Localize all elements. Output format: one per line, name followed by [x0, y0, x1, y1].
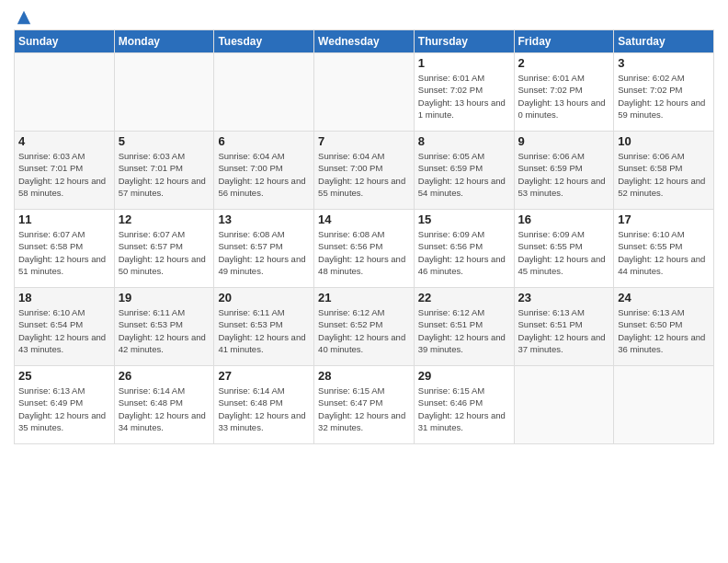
calendar-day-cell: 12 Sunrise: 6:07 AMSunset: 6:57 PMDaylig… — [114, 210, 214, 288]
logo-icon — [16, 9, 32, 26]
day-info: Sunrise: 6:12 AMSunset: 6:51 PMDaylight:… — [418, 306, 510, 355]
day-number: 17 — [618, 213, 710, 226]
day-number: 13 — [218, 213, 310, 226]
day-header-friday: Friday — [514, 30, 614, 53]
header — [14, 9, 714, 22]
calendar-day-cell — [114, 53, 214, 132]
calendar-day-cell: 9 Sunrise: 6:06 AMSunset: 6:59 PMDayligh… — [514, 132, 614, 210]
app-container: SundayMondayTuesdayWednesdayThursdayFrid… — [0, 0, 728, 454]
day-number: 26 — [119, 369, 210, 383]
day-number: 20 — [218, 291, 310, 304]
day-info: Sunrise: 6:07 AMSunset: 6:58 PMDaylight:… — [18, 228, 110, 277]
day-number: 3 — [618, 56, 710, 70]
calendar-day-cell: 22 Sunrise: 6:12 AMSunset: 6:51 PMDaylig… — [414, 288, 514, 366]
day-number: 2 — [518, 56, 610, 70]
day-info: Sunrise: 6:10 AMSunset: 6:54 PMDaylight:… — [18, 306, 110, 355]
calendar-day-cell: 1 Sunrise: 6:01 AMSunset: 7:02 PMDayligh… — [414, 53, 514, 132]
calendar-day-cell — [314, 53, 415, 132]
day-info: Sunrise: 6:01 AMSunset: 7:02 PMDaylight:… — [518, 72, 610, 121]
calendar-day-cell: 19 Sunrise: 6:11 AMSunset: 6:53 PMDaylig… — [114, 288, 214, 366]
calendar-week-row: 18 Sunrise: 6:10 AMSunset: 6:54 PMDaylig… — [15, 288, 714, 366]
day-number: 22 — [418, 291, 510, 304]
day-info: Sunrise: 6:07 AMSunset: 6:57 PMDaylight:… — [119, 228, 210, 277]
day-number: 8 — [418, 134, 510, 148]
day-header-wednesday: Wednesday — [314, 30, 415, 53]
day-number: 21 — [318, 291, 410, 304]
day-number: 6 — [218, 134, 310, 148]
calendar-day-cell: 24 Sunrise: 6:13 AMSunset: 6:50 PMDaylig… — [614, 288, 714, 366]
logo-text — [14, 9, 32, 26]
calendar-day-cell — [214, 53, 314, 132]
day-number: 14 — [318, 213, 410, 226]
calendar-day-cell: 17 Sunrise: 6:10 AMSunset: 6:55 PMDaylig… — [614, 210, 714, 288]
day-info: Sunrise: 6:14 AMSunset: 6:48 PMDaylight:… — [218, 385, 310, 433]
day-info: Sunrise: 6:09 AMSunset: 6:56 PMDaylight:… — [418, 228, 510, 277]
calendar-day-cell: 11 Sunrise: 6:07 AMSunset: 6:58 PMDaylig… — [15, 210, 115, 288]
day-number: 4 — [18, 134, 110, 148]
day-number: 25 — [18, 369, 110, 383]
day-info: Sunrise: 6:12 AMSunset: 6:52 PMDaylight:… — [318, 306, 410, 355]
calendar-day-cell: 14 Sunrise: 6:08 AMSunset: 6:56 PMDaylig… — [314, 210, 415, 288]
day-number: 16 — [518, 213, 610, 226]
day-info: Sunrise: 6:03 AMSunset: 7:01 PMDaylight:… — [119, 150, 210, 199]
svg-marker-0 — [17, 11, 30, 24]
calendar-day-cell: 29 Sunrise: 6:15 AMSunset: 6:46 PMDaylig… — [414, 366, 514, 444]
calendar-week-row: 4 Sunrise: 6:03 AMSunset: 7:01 PMDayligh… — [15, 132, 714, 210]
day-number: 19 — [119, 291, 210, 304]
calendar-day-cell: 13 Sunrise: 6:08 AMSunset: 6:57 PMDaylig… — [214, 210, 314, 288]
day-info: Sunrise: 6:02 AMSunset: 7:02 PMDaylight:… — [618, 72, 710, 121]
day-info: Sunrise: 6:04 AMSunset: 7:00 PMDaylight:… — [318, 150, 410, 199]
calendar-day-cell: 20 Sunrise: 6:11 AMSunset: 6:53 PMDaylig… — [214, 288, 314, 366]
day-number: 27 — [218, 369, 310, 383]
calendar-day-cell: 16 Sunrise: 6:09 AMSunset: 6:55 PMDaylig… — [514, 210, 614, 288]
day-info: Sunrise: 6:13 AMSunset: 6:49 PMDaylight:… — [18, 385, 110, 433]
calendar-day-cell: 18 Sunrise: 6:10 AMSunset: 6:54 PMDaylig… — [15, 288, 115, 366]
day-info: Sunrise: 6:15 AMSunset: 6:46 PMDaylight:… — [418, 385, 510, 433]
calendar-day-cell — [15, 53, 115, 132]
day-info: Sunrise: 6:05 AMSunset: 6:59 PMDaylight:… — [418, 150, 510, 199]
calendar-week-row: 11 Sunrise: 6:07 AMSunset: 6:58 PMDaylig… — [15, 210, 714, 288]
calendar-day-cell: 21 Sunrise: 6:12 AMSunset: 6:52 PMDaylig… — [314, 288, 415, 366]
calendar-day-cell: 2 Sunrise: 6:01 AMSunset: 7:02 PMDayligh… — [514, 53, 614, 132]
day-number: 9 — [518, 134, 610, 148]
calendar-week-row: 1 Sunrise: 6:01 AMSunset: 7:02 PMDayligh… — [15, 53, 714, 132]
day-number: 5 — [119, 134, 210, 148]
day-number: 10 — [618, 134, 710, 148]
day-number: 24 — [618, 291, 710, 304]
calendar-day-cell: 23 Sunrise: 6:13 AMSunset: 6:51 PMDaylig… — [514, 288, 614, 366]
calendar-day-cell: 28 Sunrise: 6:15 AMSunset: 6:47 PMDaylig… — [314, 366, 415, 444]
day-info: Sunrise: 6:10 AMSunset: 6:55 PMDaylight:… — [618, 228, 710, 277]
day-header-monday: Monday — [114, 30, 214, 53]
day-header-sunday: Sunday — [15, 30, 115, 53]
day-info: Sunrise: 6:11 AMSunset: 6:53 PMDaylight:… — [218, 306, 310, 355]
day-info: Sunrise: 6:13 AMSunset: 6:51 PMDaylight:… — [518, 306, 610, 355]
day-header-thursday: Thursday — [414, 30, 514, 53]
day-info: Sunrise: 6:11 AMSunset: 6:53 PMDaylight:… — [119, 306, 210, 355]
day-info: Sunrise: 6:06 AMSunset: 6:59 PMDaylight:… — [518, 150, 610, 199]
day-info: Sunrise: 6:13 AMSunset: 6:50 PMDaylight:… — [618, 306, 710, 355]
day-info: Sunrise: 6:08 AMSunset: 6:57 PMDaylight:… — [218, 228, 310, 277]
day-info: Sunrise: 6:04 AMSunset: 7:00 PMDaylight:… — [218, 150, 310, 199]
calendar-day-cell: 4 Sunrise: 6:03 AMSunset: 7:01 PMDayligh… — [15, 132, 115, 210]
calendar-day-cell: 6 Sunrise: 6:04 AMSunset: 7:00 PMDayligh… — [214, 132, 314, 210]
day-number: 7 — [318, 134, 410, 148]
day-info: Sunrise: 6:09 AMSunset: 6:55 PMDaylight:… — [518, 228, 610, 277]
day-number: 15 — [418, 213, 510, 226]
day-info: Sunrise: 6:03 AMSunset: 7:01 PMDaylight:… — [18, 150, 110, 199]
calendar-day-cell — [614, 366, 714, 444]
day-number: 11 — [18, 213, 110, 226]
calendar-day-cell: 27 Sunrise: 6:14 AMSunset: 6:48 PMDaylig… — [214, 366, 314, 444]
day-info: Sunrise: 6:06 AMSunset: 6:58 PMDaylight:… — [618, 150, 710, 199]
day-header-tuesday: Tuesday — [214, 30, 314, 53]
calendar-day-cell: 25 Sunrise: 6:13 AMSunset: 6:49 PMDaylig… — [15, 366, 115, 444]
day-info: Sunrise: 6:14 AMSunset: 6:48 PMDaylight:… — [119, 385, 210, 433]
day-info: Sunrise: 6:01 AMSunset: 7:02 PMDaylight:… — [418, 72, 510, 121]
calendar-day-cell: 3 Sunrise: 6:02 AMSunset: 7:02 PMDayligh… — [614, 53, 714, 132]
day-number: 18 — [18, 291, 110, 304]
day-header-saturday: Saturday — [614, 30, 714, 53]
calendar-day-cell: 5 Sunrise: 6:03 AMSunset: 7:01 PMDayligh… — [114, 132, 214, 210]
calendar-day-cell — [514, 366, 614, 444]
calendar-header-row: SundayMondayTuesdayWednesdayThursdayFrid… — [15, 30, 714, 53]
calendar-day-cell: 10 Sunrise: 6:06 AMSunset: 6:58 PMDaylig… — [614, 132, 714, 210]
day-number: 12 — [119, 213, 210, 226]
